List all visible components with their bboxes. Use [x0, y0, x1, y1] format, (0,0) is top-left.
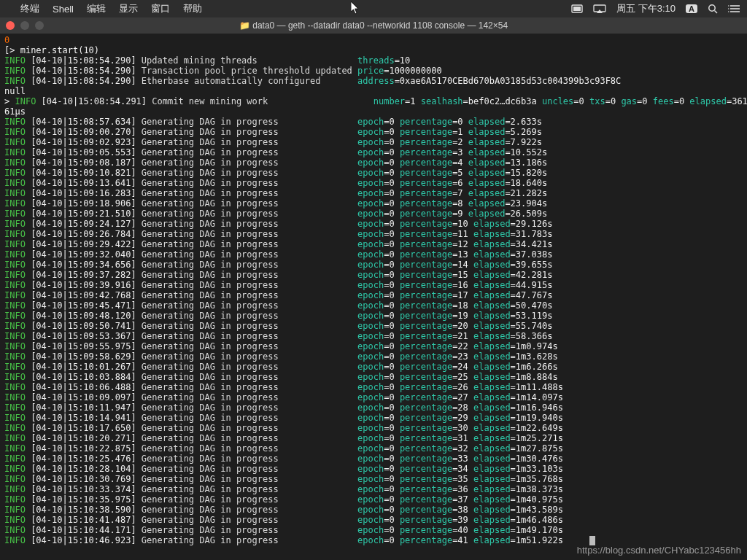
terminal-line: INFO [04-10|15:10:03.884] Generating DAG… [4, 372, 743, 382]
terminal-line: INFO [04-10|15:09:16.283] Generating DAG… [4, 188, 743, 198]
terminal-line: > INFO [04-10|15:08:54.291] Commit new m… [4, 96, 743, 106]
terminal-line: INFO [04-10|15:09:05.553] Generating DAG… [4, 147, 743, 158]
terminal-line: INFO [04-10|15:08:54.290] Transaction po… [4, 66, 743, 76]
window-title-text: data0 — geth --datadir data0 --networkid… [252, 20, 508, 31]
menu-view[interactable]: 显示 [119, 2, 138, 15]
macos-menubar: 终端 Shell 编辑 显示 窗口 帮助 周五 下午3:10 A [0, 0, 747, 18]
terminal-line: INFO [04-10|15:10:46.923] Generating DAG… [4, 535, 743, 545]
terminal-line: INFO [04-10|15:10:09.097] Generating DAG… [4, 392, 743, 402]
terminal-line: INFO [04-10|15:09:13.641] Generating DAG… [4, 178, 743, 188]
spotlight-search-icon[interactable] [708, 4, 718, 14]
terminal-line: INFO [04-10|15:08:54.290] Updated mining… [4, 55, 743, 66]
terminal-line: INFO [04-10|15:10:22.875] Generating DAG… [4, 443, 743, 454]
svg-rect-1 [573, 7, 581, 11]
terminal-line: 0 [4, 35, 743, 45]
terminal-body[interactable]: 0[> miner.start(10) ]INFO [04-10|15:08:5… [0, 34, 747, 547]
terminal-line: INFO [04-10|15:09:53.367] Generating DAG… [4, 331, 743, 341]
terminal-line: INFO [04-10|15:10:38.590] Generating DAG… [4, 505, 743, 515]
terminal-line: INFO [04-10|15:10:28.104] Generating DAG… [4, 464, 743, 474]
screencast-icon[interactable] [571, 4, 583, 13]
terminal-line: INFO [04-10|15:10:17.650] Generating DAG… [4, 423, 743, 433]
menu-window[interactable]: 窗口 [151, 2, 170, 15]
terminal-line: INFO [04-10|15:09:18.906] Generating DAG… [4, 198, 743, 209]
svg-line-5 [715, 11, 718, 14]
terminal-line: INFO [04-10|15:09:10.821] Generating DAG… [4, 168, 743, 178]
terminal-line: null [4, 86, 743, 96]
menu-edit[interactable]: 编辑 [87, 2, 106, 15]
terminal-line: INFO [04-10|15:09:34.656] Generating DAG… [4, 260, 743, 270]
terminal-line: INFO [04-10|15:09:45.471] Generating DAG… [4, 300, 743, 311]
window-title: 📁 data0 — geth --datadir data0 --network… [0, 20, 747, 31]
zoom-button[interactable] [35, 21, 44, 30]
terminal-line: INFO [04-10|15:10:33.374] Generating DAG… [4, 484, 743, 494]
input-method-badge[interactable]: A [686, 4, 697, 13]
minimize-button[interactable] [20, 21, 29, 30]
terminal-line: INFO [04-10|15:10:20.271] Generating DAG… [4, 433, 743, 443]
terminal-line: INFO [04-10|15:09:50.741] Generating DAG… [4, 321, 743, 331]
terminal-line: INFO [04-10|15:10:44.171] Generating DAG… [4, 525, 743, 535]
terminal-line: INFO [04-10|15:09:29.422] Generating DAG… [4, 239, 743, 249]
menu-terminal[interactable]: 终端 [20, 2, 39, 15]
terminal-line: INFO [04-10|15:09:42.768] Generating DAG… [4, 290, 743, 300]
terminal-line: INFO [04-10|15:08:57.634] Generating DAG… [4, 117, 743, 127]
terminal-line: INFO [04-10|15:08:54.290] Etherbase auto… [4, 76, 743, 86]
airplay-icon[interactable] [593, 4, 606, 13]
terminal-line: INFO [04-10|15:10:30.769] Generating DAG… [4, 474, 743, 484]
svg-point-11 [728, 11, 729, 12]
terminal-line: 61µs [4, 106, 743, 117]
terminal-window: 📁 data0 — geth --datadir data0 --network… [0, 18, 747, 560]
sidebar-menu-icon[interactable] [728, 4, 740, 13]
terminal-line: INFO [04-10|15:10:25.476] Generating DAG… [4, 454, 743, 464]
terminal-line: INFO [04-10|15:09:48.120] Generating DAG… [4, 311, 743, 321]
menubar-right: 周五 下午3:10 A [571, 2, 740, 15]
terminal-line: INFO [04-10|15:09:37.282] Generating DAG… [4, 270, 743, 280]
terminal-line: INFO [04-10|15:10:35.975] Generating DAG… [4, 494, 743, 505]
terminal-line: INFO [04-10|15:10:14.941] Generating DAG… [4, 413, 743, 423]
menu-help[interactable]: 帮助 [183, 2, 202, 15]
terminal-line: INFO [04-10|15:09:02.923] Generating DAG… [4, 137, 743, 147]
menubar-clock[interactable]: 周五 下午3:10 [616, 2, 676, 15]
menubar-left: 终端 Shell 编辑 显示 窗口 帮助 [7, 2, 202, 15]
terminal-line: INFO [04-10|15:10:01.267] Generating DAG… [4, 362, 743, 372]
traffic-lights [6, 21, 44, 30]
terminal-line: INFO [04-10|15:09:08.187] Generating DAG… [4, 158, 743, 168]
terminal-line: [> miner.start(10) ] [4, 45, 743, 55]
svg-point-9 [728, 5, 729, 7]
terminal-line: INFO [04-10|15:10:41.487] Generating DAG… [4, 515, 743, 525]
folder-icon: 📁 [239, 20, 250, 31]
terminal-line: INFO [04-10|15:09:55.975] Generating DAG… [4, 341, 743, 351]
watermark-text: https://blog.csdn.net/CHYabc123456hh [577, 545, 741, 556]
terminal-line: INFO [04-10|15:09:58.629] Generating DAG… [4, 351, 743, 362]
terminal-line: INFO [04-10|15:09:39.916] Generating DAG… [4, 280, 743, 290]
terminal-line: INFO [04-10|15:10:06.488] Generating DAG… [4, 382, 743, 392]
terminal-line: INFO [04-10|15:09:24.127] Generating DAG… [4, 219, 743, 229]
terminal-line: INFO [04-10|15:09:21.510] Generating DAG… [4, 209, 743, 219]
terminal-line: INFO [04-10|15:09:00.270] Generating DAG… [4, 127, 743, 137]
close-button[interactable] [6, 21, 15, 30]
svg-point-10 [728, 8, 729, 9]
window-titlebar[interactable]: 📁 data0 — geth --datadir data0 --network… [0, 18, 747, 34]
terminal-line: INFO [04-10|15:09:26.784] Generating DAG… [4, 229, 743, 239]
terminal-line: INFO [04-10|15:10:11.947] Generating DAG… [4, 402, 743, 413]
svg-point-4 [709, 5, 715, 11]
terminal-line: INFO [04-10|15:09:32.040] Generating DAG… [4, 249, 743, 260]
menu-shell[interactable]: Shell [53, 4, 74, 15]
